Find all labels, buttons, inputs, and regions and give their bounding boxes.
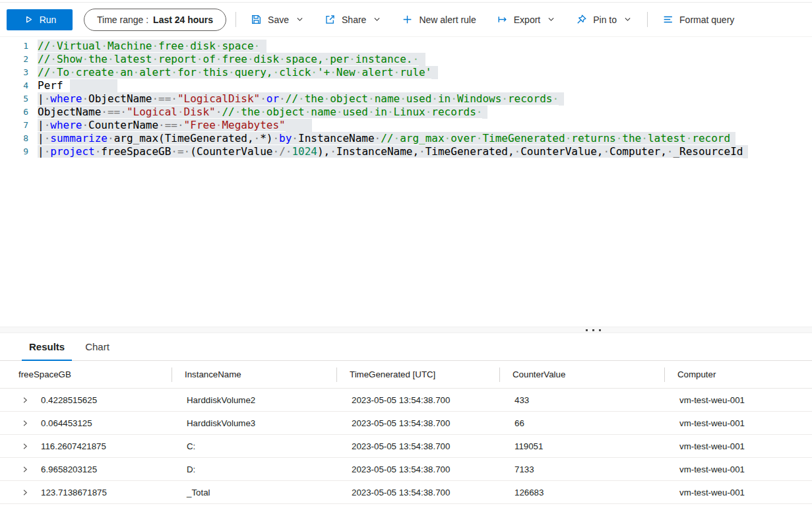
cell-value: 0.064453125 [41,418,92,428]
code-editor[interactable]: 1//·Virtual·Machine·free·disk·space·2//·… [0,37,812,327]
time-range-picker[interactable]: Time range : Last 24 hours [84,9,226,31]
table-body: 0.4228515625HarddiskVolume22023-05-05 13… [0,389,812,504]
cell-value: vm-test-weu-001 [679,464,745,474]
pin-to-label: Pin to [593,15,617,25]
run-button[interactable]: Run [7,9,73,30]
table-cell: 66 [499,418,664,428]
pushpin-icon [576,14,587,25]
line-number: 9 [0,145,28,158]
chevron-down-icon [623,15,632,24]
code-line: 7|·where·CounterName·==·"Free·Megabytes" [0,119,812,132]
share-button[interactable]: Share [318,9,387,30]
chevron-right-icon[interactable] [21,419,29,428]
format-query-button[interactable]: Format query [656,9,740,30]
tab-results[interactable]: Results [22,333,72,361]
cell-value: 66 [515,418,524,428]
column-header-TimeGenerated[interactable]: TimeGenerated [UTC] [336,361,499,388]
code-line: 1//·Virtual·Machine·free·disk·space· [0,40,812,53]
cell-value: 0.4228515625 [41,395,97,405]
cell-value: D: [187,464,195,474]
tab-chart[interactable]: Chart [78,333,117,361]
table-row[interactable]: 116.2607421875C:2023-05-05 13:54:38.7001… [0,435,812,458]
toolbar-divider [647,12,648,27]
table-cell: 126683 [499,488,664,497]
table-cell: D: [172,464,336,474]
share-label: Share [342,15,366,25]
export-button[interactable]: Export [490,9,561,30]
cell-value: 2023-05-05 13:54:38.700 [352,464,450,474]
table-cell: 0.064453125 [0,418,172,428]
cell-value: 2023-05-05 13:54:38.700 [352,418,450,428]
code-line: 2//·Show·the·latest·report·of·free·disk·… [0,53,812,66]
new-alert-rule-label: New alert rule [419,15,476,25]
share-arrow-icon [325,14,336,25]
chevron-right-icon[interactable] [21,396,29,404]
cell-value: vm-test-weu-001 [679,441,745,451]
column-header-InstanceName[interactable]: InstanceName [172,361,336,388]
chevron-right-icon[interactable] [21,488,29,497]
code-line: 4Perf [0,79,812,92]
cell-value: HarddiskVolume3 [187,418,255,428]
cell-value: vm-test-weu-001 [679,488,745,497]
table-cell: 0.4228515625 [0,395,172,405]
cell-value: vm-test-weu-001 [679,395,745,405]
pane-splitter[interactable] [0,327,812,333]
line-number: 6 [0,106,28,119]
chevron-right-icon[interactable] [21,442,29,451]
line-number: 8 [0,132,28,145]
table-cell: 2023-05-05 13:54:38.700 [336,488,499,497]
arrow-bar-right-icon [497,14,508,25]
table-cell: C: [172,441,336,451]
cell-value: 2023-05-05 13:54:38.700 [352,488,450,497]
line-number: 7 [0,119,28,132]
table-cell: 2023-05-05 13:54:38.700 [336,464,499,474]
table-row[interactable]: 123.7138671875_Total2023-05-05 13:54:38.… [0,481,812,504]
table-cell: 2023-05-05 13:54:38.700 [336,441,499,451]
cell-value: vm-test-weu-001 [679,418,745,428]
column-header-CounterValue[interactable]: CounterValue [499,361,664,388]
code-line: 5|·where·ObjectName·==·"LogicalDisk"·or·… [0,92,812,106]
pin-to-button[interactable]: Pin to [569,9,638,30]
table-cell: 119051 [499,441,664,451]
table-cell: HarddiskVolume3 [172,418,336,428]
column-header-freeSpaceGB[interactable]: freeSpaceGB [0,361,172,388]
chevron-down-icon [296,15,304,24]
time-range-label: Time range : [97,15,148,25]
chevron-down-icon [373,15,381,24]
format-query-label: Format query [679,15,734,25]
table-cell: 433 [499,395,664,405]
code-line: 6ObjectName·==·"Logical·Disk"·//·the·obj… [0,106,812,119]
table-cell: vm-test-weu-001 [664,464,812,474]
cell-value: 123.7138671875 [41,488,107,497]
ellipsis-grip-icon[interactable] [586,329,601,331]
cell-value: 7133 [515,464,534,474]
query-toolbar: Run Time range : Last 24 hours Save Shar… [0,2,812,37]
chevron-right-icon[interactable] [21,465,29,474]
table-cell: vm-test-weu-001 [664,441,812,451]
table-cell: vm-test-weu-001 [664,395,812,405]
align-lines-icon [662,14,673,25]
chevron-down-icon [547,15,555,24]
cell-value: 119051 [515,441,543,451]
table-cell: 6.9658203125 [0,464,172,474]
code-line: 9|·project·freeSpaceGB·=·(CounterValue·/… [0,145,812,158]
cell-value: 116.2607421875 [41,441,106,451]
results-pane: ResultsChart freeSpaceGBInstanceNameTime… [0,333,812,504]
table-cell: vm-test-weu-001 [664,418,812,428]
time-range-value: Last 24 hours [153,15,213,25]
table-cell: vm-test-weu-001 [664,488,812,497]
results-tabs: ResultsChart [0,333,812,361]
cell-value: 2023-05-05 13:54:38.700 [352,441,450,451]
save-button[interactable]: Save [244,9,310,30]
table-row[interactable]: 0.064453125HarddiskVolume32023-05-05 13:… [0,412,812,435]
cell-value: 126683 [515,488,544,497]
table-row[interactable]: 0.4228515625HarddiskVolume22023-05-05 13… [0,389,812,412]
floppy-disk-icon [251,14,262,25]
line-number: 3 [0,66,28,79]
new-alert-rule-button[interactable]: New alert rule [395,9,482,30]
table-cell: 7133 [499,464,664,474]
column-header-Computer[interactable]: Computer [664,361,812,388]
table-row[interactable]: 6.9658203125D:2023-05-05 13:54:38.700713… [0,458,812,481]
code-line: 3//·To·create·an·alert·for·this·query,·c… [0,66,812,79]
line-number: 4 [0,79,28,92]
